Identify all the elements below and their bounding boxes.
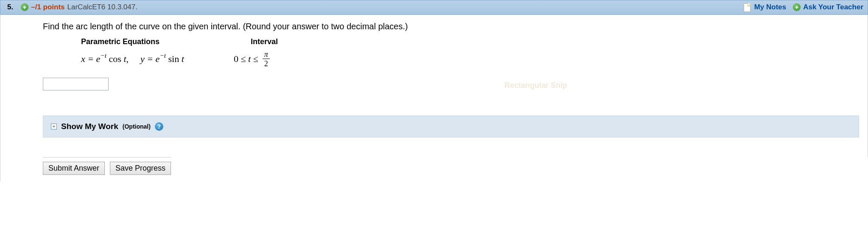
plus-icon: + bbox=[793, 3, 801, 11]
ask-teacher-link[interactable]: + Ask Your Teacher bbox=[793, 3, 863, 11]
eq-x-rhs: cos t, bbox=[106, 54, 129, 65]
question-prompt: Find the arc length of the curve on the … bbox=[43, 22, 859, 31]
column-header-interval: Interval bbox=[251, 37, 278, 46]
eq-y-exp: −t bbox=[160, 52, 166, 59]
question-body: Find the arc length of the curve on the … bbox=[0, 15, 868, 157]
interval-prefix: 0 ≤ t ≤ bbox=[234, 53, 258, 65]
parametric-equations: x = e−t cos t, y = e−t sin t bbox=[81, 53, 221, 65]
question-header: 5. + –/1 points LarCalcET6 10.3.047. My … bbox=[0, 0, 868, 15]
plus-icon[interactable]: + bbox=[21, 3, 28, 11]
show-work-label: Show My Work bbox=[61, 122, 118, 131]
note-icon bbox=[744, 3, 750, 12]
eq-x-exp: −t bbox=[100, 52, 106, 59]
button-row: Submit Answer Save Progress bbox=[43, 157, 171, 181]
my-notes-label: My Notes bbox=[754, 3, 787, 11]
submit-answer-button[interactable]: Submit Answer bbox=[43, 162, 105, 175]
source-label: LarCalcET6 10.3.047. bbox=[67, 3, 137, 11]
help-icon[interactable]: ? bbox=[155, 122, 163, 131]
interval-numerator: π bbox=[263, 51, 270, 59]
my-notes-link[interactable]: My Notes bbox=[744, 3, 786, 12]
ask-teacher-label: Ask Your Teacher bbox=[803, 3, 863, 11]
eq-y-rhs: sin t bbox=[166, 54, 184, 65]
equations-block: Parametric Equations Interval x = e−t co… bbox=[81, 37, 859, 68]
expand-icon[interactable]: + bbox=[51, 124, 57, 129]
show-my-work-panel[interactable]: + Show My Work (Optional) ? bbox=[43, 115, 859, 138]
interval-expression: 0 ≤ t ≤ π 2 bbox=[234, 51, 270, 68]
watermark: Rectangular Snip bbox=[213, 81, 859, 90]
eq-x-lhs: x = e bbox=[81, 54, 100, 65]
eq-y-lhs: y = e bbox=[140, 54, 160, 65]
interval-denominator: 2 bbox=[264, 59, 268, 68]
points-label: –/1 points bbox=[31, 3, 64, 11]
save-progress-button[interactable]: Save Progress bbox=[110, 162, 171, 175]
answer-input[interactable] bbox=[43, 78, 109, 90]
show-work-optional: (Optional) bbox=[123, 123, 151, 130]
column-header-equations: Parametric Equations bbox=[81, 37, 221, 46]
question-number: 5. bbox=[7, 3, 13, 11]
